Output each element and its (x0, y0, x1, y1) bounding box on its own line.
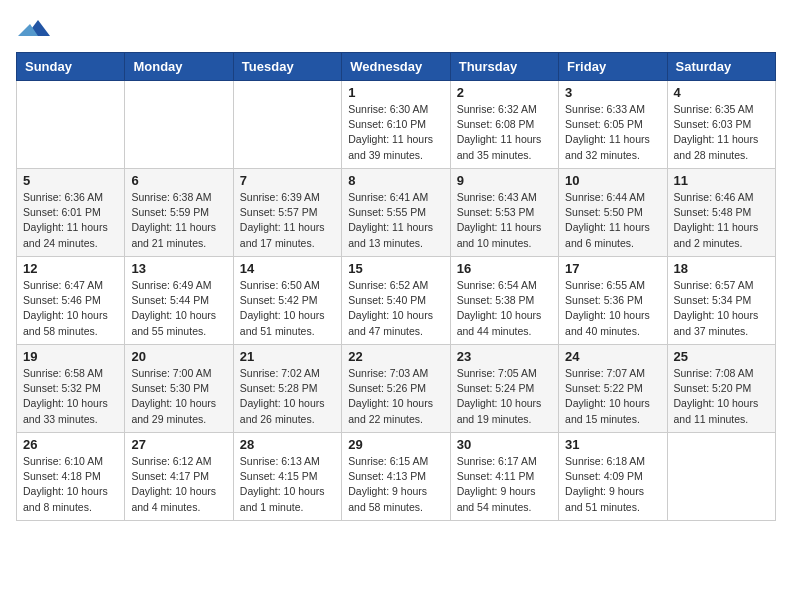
day-number: 17 (565, 261, 660, 276)
day-info: Sunrise: 6:55 AM Sunset: 5:36 PM Dayligh… (565, 278, 660, 339)
day-info: Sunrise: 6:18 AM Sunset: 4:09 PM Dayligh… (565, 454, 660, 515)
calendar-cell: 11Sunrise: 6:46 AM Sunset: 5:48 PM Dayli… (667, 169, 775, 257)
day-number: 4 (674, 85, 769, 100)
day-number: 25 (674, 349, 769, 364)
logo-icon (18, 16, 50, 40)
calendar-cell: 30Sunrise: 6:17 AM Sunset: 4:11 PM Dayli… (450, 433, 558, 521)
calendar-cell: 2Sunrise: 6:32 AM Sunset: 6:08 PM Daylig… (450, 81, 558, 169)
day-info: Sunrise: 7:07 AM Sunset: 5:22 PM Dayligh… (565, 366, 660, 427)
day-number: 23 (457, 349, 552, 364)
day-number: 13 (131, 261, 226, 276)
day-info: Sunrise: 6:38 AM Sunset: 5:59 PM Dayligh… (131, 190, 226, 251)
day-info: Sunrise: 6:30 AM Sunset: 6:10 PM Dayligh… (348, 102, 443, 163)
calendar-cell: 18Sunrise: 6:57 AM Sunset: 5:34 PM Dayli… (667, 257, 775, 345)
day-info: Sunrise: 6:44 AM Sunset: 5:50 PM Dayligh… (565, 190, 660, 251)
calendar-cell: 21Sunrise: 7:02 AM Sunset: 5:28 PM Dayli… (233, 345, 341, 433)
calendar-cell: 7Sunrise: 6:39 AM Sunset: 5:57 PM Daylig… (233, 169, 341, 257)
calendar-cell: 4Sunrise: 6:35 AM Sunset: 6:03 PM Daylig… (667, 81, 775, 169)
day-info: Sunrise: 6:49 AM Sunset: 5:44 PM Dayligh… (131, 278, 226, 339)
calendar-cell: 6Sunrise: 6:38 AM Sunset: 5:59 PM Daylig… (125, 169, 233, 257)
day-number: 10 (565, 173, 660, 188)
calendar-cell: 12Sunrise: 6:47 AM Sunset: 5:46 PM Dayli… (17, 257, 125, 345)
calendar-cell (125, 81, 233, 169)
day-number: 8 (348, 173, 443, 188)
calendar-cell: 15Sunrise: 6:52 AM Sunset: 5:40 PM Dayli… (342, 257, 450, 345)
day-number: 24 (565, 349, 660, 364)
calendar-week-4: 19Sunrise: 6:58 AM Sunset: 5:32 PM Dayli… (17, 345, 776, 433)
calendar-cell: 1Sunrise: 6:30 AM Sunset: 6:10 PM Daylig… (342, 81, 450, 169)
day-number: 30 (457, 437, 552, 452)
day-number: 7 (240, 173, 335, 188)
day-info: Sunrise: 6:33 AM Sunset: 6:05 PM Dayligh… (565, 102, 660, 163)
day-info: Sunrise: 6:54 AM Sunset: 5:38 PM Dayligh… (457, 278, 552, 339)
day-info: Sunrise: 6:17 AM Sunset: 4:11 PM Dayligh… (457, 454, 552, 515)
calendar-cell: 24Sunrise: 7:07 AM Sunset: 5:22 PM Dayli… (559, 345, 667, 433)
day-info: Sunrise: 6:12 AM Sunset: 4:17 PM Dayligh… (131, 454, 226, 515)
page-header (16, 16, 776, 40)
day-number: 19 (23, 349, 118, 364)
calendar-cell: 8Sunrise: 6:41 AM Sunset: 5:55 PM Daylig… (342, 169, 450, 257)
calendar-cell: 28Sunrise: 6:13 AM Sunset: 4:15 PM Dayli… (233, 433, 341, 521)
day-number: 31 (565, 437, 660, 452)
day-number: 5 (23, 173, 118, 188)
day-info: Sunrise: 6:52 AM Sunset: 5:40 PM Dayligh… (348, 278, 443, 339)
day-number: 9 (457, 173, 552, 188)
calendar-cell (17, 81, 125, 169)
calendar-table: SundayMondayTuesdayWednesdayThursdayFrid… (16, 52, 776, 521)
col-header-saturday: Saturday (667, 53, 775, 81)
day-info: Sunrise: 6:39 AM Sunset: 5:57 PM Dayligh… (240, 190, 335, 251)
calendar-cell: 31Sunrise: 6:18 AM Sunset: 4:09 PM Dayli… (559, 433, 667, 521)
calendar-cell: 10Sunrise: 6:44 AM Sunset: 5:50 PM Dayli… (559, 169, 667, 257)
day-number: 22 (348, 349, 443, 364)
calendar-cell (233, 81, 341, 169)
day-info: Sunrise: 7:02 AM Sunset: 5:28 PM Dayligh… (240, 366, 335, 427)
day-info: Sunrise: 6:15 AM Sunset: 4:13 PM Dayligh… (348, 454, 443, 515)
day-number: 2 (457, 85, 552, 100)
day-info: Sunrise: 6:47 AM Sunset: 5:46 PM Dayligh… (23, 278, 118, 339)
calendar-week-1: 1Sunrise: 6:30 AM Sunset: 6:10 PM Daylig… (17, 81, 776, 169)
day-number: 3 (565, 85, 660, 100)
day-info: Sunrise: 6:13 AM Sunset: 4:15 PM Dayligh… (240, 454, 335, 515)
calendar-week-2: 5Sunrise: 6:36 AM Sunset: 6:01 PM Daylig… (17, 169, 776, 257)
col-header-friday: Friday (559, 53, 667, 81)
day-info: Sunrise: 6:57 AM Sunset: 5:34 PM Dayligh… (674, 278, 769, 339)
calendar-cell (667, 433, 775, 521)
calendar-cell: 25Sunrise: 7:08 AM Sunset: 5:20 PM Dayli… (667, 345, 775, 433)
calendar-week-3: 12Sunrise: 6:47 AM Sunset: 5:46 PM Dayli… (17, 257, 776, 345)
calendar-cell: 20Sunrise: 7:00 AM Sunset: 5:30 PM Dayli… (125, 345, 233, 433)
logo (16, 16, 50, 40)
day-number: 6 (131, 173, 226, 188)
col-header-sunday: Sunday (17, 53, 125, 81)
day-info: Sunrise: 7:00 AM Sunset: 5:30 PM Dayligh… (131, 366, 226, 427)
calendar-cell: 27Sunrise: 6:12 AM Sunset: 4:17 PM Dayli… (125, 433, 233, 521)
day-number: 15 (348, 261, 443, 276)
col-header-tuesday: Tuesday (233, 53, 341, 81)
day-info: Sunrise: 6:58 AM Sunset: 5:32 PM Dayligh… (23, 366, 118, 427)
day-number: 29 (348, 437, 443, 452)
calendar-cell: 5Sunrise: 6:36 AM Sunset: 6:01 PM Daylig… (17, 169, 125, 257)
calendar-cell: 22Sunrise: 7:03 AM Sunset: 5:26 PM Dayli… (342, 345, 450, 433)
day-info: Sunrise: 6:43 AM Sunset: 5:53 PM Dayligh… (457, 190, 552, 251)
day-number: 11 (674, 173, 769, 188)
day-info: Sunrise: 7:08 AM Sunset: 5:20 PM Dayligh… (674, 366, 769, 427)
day-info: Sunrise: 7:05 AM Sunset: 5:24 PM Dayligh… (457, 366, 552, 427)
day-info: Sunrise: 6:41 AM Sunset: 5:55 PM Dayligh… (348, 190, 443, 251)
day-info: Sunrise: 6:36 AM Sunset: 6:01 PM Dayligh… (23, 190, 118, 251)
day-number: 16 (457, 261, 552, 276)
calendar-cell: 9Sunrise: 6:43 AM Sunset: 5:53 PM Daylig… (450, 169, 558, 257)
col-header-thursday: Thursday (450, 53, 558, 81)
calendar-cell: 13Sunrise: 6:49 AM Sunset: 5:44 PM Dayli… (125, 257, 233, 345)
day-number: 21 (240, 349, 335, 364)
calendar-cell: 14Sunrise: 6:50 AM Sunset: 5:42 PM Dayli… (233, 257, 341, 345)
day-info: Sunrise: 7:03 AM Sunset: 5:26 PM Dayligh… (348, 366, 443, 427)
calendar-cell: 19Sunrise: 6:58 AM Sunset: 5:32 PM Dayli… (17, 345, 125, 433)
day-info: Sunrise: 6:32 AM Sunset: 6:08 PM Dayligh… (457, 102, 552, 163)
calendar-cell: 16Sunrise: 6:54 AM Sunset: 5:38 PM Dayli… (450, 257, 558, 345)
day-info: Sunrise: 6:10 AM Sunset: 4:18 PM Dayligh… (23, 454, 118, 515)
calendar-cell: 29Sunrise: 6:15 AM Sunset: 4:13 PM Dayli… (342, 433, 450, 521)
calendar-week-5: 26Sunrise: 6:10 AM Sunset: 4:18 PM Dayli… (17, 433, 776, 521)
calendar-cell: 23Sunrise: 7:05 AM Sunset: 5:24 PM Dayli… (450, 345, 558, 433)
day-info: Sunrise: 6:46 AM Sunset: 5:48 PM Dayligh… (674, 190, 769, 251)
day-info: Sunrise: 6:35 AM Sunset: 6:03 PM Dayligh… (674, 102, 769, 163)
day-number: 27 (131, 437, 226, 452)
